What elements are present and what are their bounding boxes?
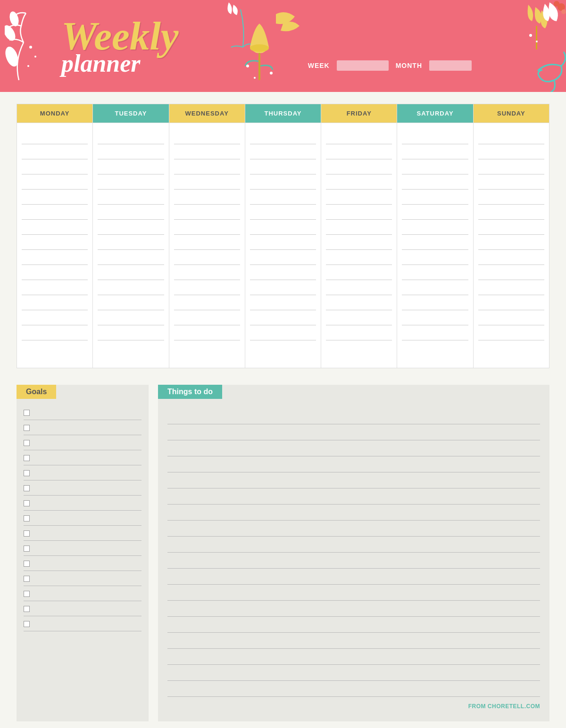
day-line[interactable] <box>402 310 468 325</box>
day-line[interactable] <box>478 190 544 205</box>
day-line[interactable] <box>174 265 240 280</box>
day-line[interactable] <box>478 235 544 250</box>
day-line[interactable] <box>98 280 164 295</box>
day-line[interactable] <box>98 144 164 159</box>
things-line[interactable] <box>167 537 540 553</box>
day-line[interactable] <box>326 205 392 220</box>
things-line[interactable] <box>167 408 540 424</box>
day-line[interactable] <box>22 159 88 174</box>
goal-checkbox[interactable] <box>24 530 30 537</box>
day-line[interactable] <box>250 295 316 310</box>
day-line[interactable] <box>402 174 468 190</box>
day-line[interactable] <box>402 265 468 280</box>
day-line[interactable] <box>22 265 88 280</box>
day-cell-thursday[interactable] <box>245 123 321 368</box>
day-line[interactable] <box>250 250 316 265</box>
goal-item[interactable] <box>24 421 142 435</box>
day-line[interactable] <box>402 250 468 265</box>
day-line[interactable] <box>326 325 392 340</box>
day-line[interactable] <box>478 310 544 325</box>
day-line[interactable] <box>478 325 544 340</box>
goal-item[interactable] <box>24 572 142 586</box>
things-line[interactable] <box>167 633 540 649</box>
day-line[interactable] <box>250 265 316 280</box>
day-line[interactable] <box>174 310 240 325</box>
day-line[interactable] <box>22 235 88 250</box>
day-line[interactable] <box>98 325 164 340</box>
goal-checkbox[interactable] <box>24 500 30 506</box>
goal-item[interactable] <box>24 451 142 465</box>
day-line[interactable] <box>402 280 468 295</box>
day-line[interactable] <box>326 159 392 174</box>
day-cell-saturday[interactable] <box>397 123 473 368</box>
goal-item[interactable] <box>24 406 142 420</box>
things-line[interactable] <box>167 521 540 537</box>
day-line[interactable] <box>478 129 544 144</box>
goal-checkbox[interactable] <box>24 576 30 582</box>
day-line[interactable] <box>478 280 544 295</box>
day-line[interactable] <box>326 144 392 159</box>
things-line[interactable] <box>167 681 540 697</box>
day-line[interactable] <box>250 235 316 250</box>
day-line[interactable] <box>250 174 316 190</box>
day-line[interactable] <box>478 144 544 159</box>
day-line[interactable] <box>22 174 88 190</box>
goal-checkbox[interactable] <box>24 470 30 476</box>
day-line[interactable] <box>402 205 468 220</box>
day-line[interactable] <box>402 235 468 250</box>
goal-checkbox[interactable] <box>24 515 30 521</box>
things-line[interactable] <box>167 601 540 617</box>
day-line[interactable] <box>250 310 316 325</box>
day-line[interactable] <box>174 205 240 220</box>
day-line[interactable] <box>402 295 468 310</box>
day-line[interactable] <box>326 295 392 310</box>
day-line[interactable] <box>22 250 88 265</box>
day-line[interactable] <box>174 129 240 144</box>
day-line[interactable] <box>402 190 468 205</box>
goal-item[interactable] <box>24 496 142 511</box>
day-line[interactable] <box>402 325 468 340</box>
day-line[interactable] <box>22 220 88 235</box>
things-line[interactable] <box>167 505 540 521</box>
day-line[interactable] <box>98 265 164 280</box>
goal-checkbox[interactable] <box>24 485 30 491</box>
goal-item[interactable] <box>24 557 142 571</box>
day-line[interactable] <box>22 295 88 310</box>
day-line[interactable] <box>326 280 392 295</box>
day-cell-wednesday[interactable] <box>169 123 245 368</box>
day-line[interactable] <box>98 129 164 144</box>
day-line[interactable] <box>326 220 392 235</box>
day-line[interactable] <box>22 190 88 205</box>
goal-checkbox[interactable] <box>24 546 30 552</box>
day-line[interactable] <box>174 144 240 159</box>
day-line[interactable] <box>402 144 468 159</box>
day-line[interactable] <box>22 325 88 340</box>
day-line[interactable] <box>174 325 240 340</box>
day-line[interactable] <box>326 250 392 265</box>
day-line[interactable] <box>326 310 392 325</box>
things-line[interactable] <box>167 649 540 665</box>
day-line[interactable] <box>250 190 316 205</box>
day-line[interactable] <box>98 220 164 235</box>
day-line[interactable] <box>402 220 468 235</box>
goal-item[interactable] <box>24 602 142 616</box>
day-line[interactable] <box>478 295 544 310</box>
day-line[interactable] <box>98 310 164 325</box>
day-line[interactable] <box>174 159 240 174</box>
things-line[interactable] <box>167 585 540 601</box>
day-line[interactable] <box>22 129 88 144</box>
day-line[interactable] <box>250 220 316 235</box>
things-line[interactable] <box>167 569 540 585</box>
day-line[interactable] <box>250 325 316 340</box>
day-line[interactable] <box>98 250 164 265</box>
things-line[interactable] <box>167 665 540 681</box>
things-line[interactable] <box>167 553 540 569</box>
day-line[interactable] <box>326 235 392 250</box>
things-line[interactable] <box>167 617 540 633</box>
day-line[interactable] <box>250 280 316 295</box>
day-cell-tuesday[interactable] <box>93 123 169 368</box>
day-line[interactable] <box>326 129 392 144</box>
goal-checkbox[interactable] <box>24 455 30 461</box>
day-line[interactable] <box>174 280 240 295</box>
day-line[interactable] <box>22 144 88 159</box>
